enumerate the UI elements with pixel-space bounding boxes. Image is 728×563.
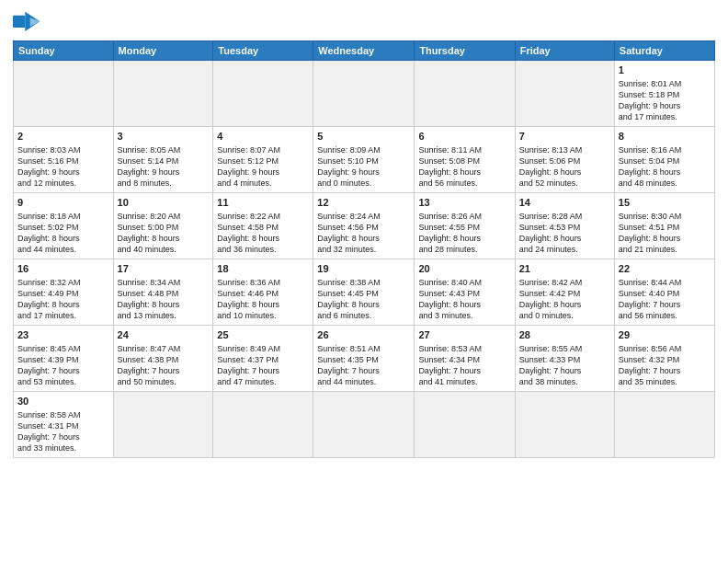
- day-number: 19: [317, 262, 410, 276]
- calendar-cell: [14, 61, 114, 127]
- calendar-cell: 15Sunrise: 8:30 AM Sunset: 4:51 PM Dayli…: [614, 193, 714, 259]
- calendar-cell: 6Sunrise: 8:11 AM Sunset: 5:08 PM Daylig…: [415, 127, 515, 193]
- day-number: 1: [619, 63, 711, 77]
- day-info: Sunrise: 8:47 AM Sunset: 4:38 PM Dayligh…: [118, 343, 210, 388]
- calendar-cell: [415, 392, 515, 458]
- day-number: 15: [619, 196, 711, 210]
- weekday-wednesday: Wednesday: [313, 41, 415, 61]
- day-info: Sunrise: 8:26 AM Sunset: 4:55 PM Dayligh…: [418, 211, 510, 256]
- week-row-1: 1Sunrise: 8:01 AM Sunset: 5:18 PM Daylig…: [14, 61, 715, 127]
- day-info: Sunrise: 8:32 AM Sunset: 4:49 PM Dayligh…: [17, 277, 109, 322]
- week-row-6: 30Sunrise: 8:58 AM Sunset: 4:31 PM Dayli…: [14, 392, 715, 458]
- day-number: 24: [118, 328, 210, 342]
- calendar-cell: 25Sunrise: 8:49 AM Sunset: 4:37 PM Dayli…: [213, 326, 313, 392]
- day-number: 20: [418, 262, 510, 276]
- day-number: 29: [619, 328, 711, 342]
- day-info: Sunrise: 8:51 AM Sunset: 4:35 PM Dayligh…: [317, 343, 410, 388]
- calendar-cell: 12Sunrise: 8:24 AM Sunset: 4:56 PM Dayli…: [313, 193, 415, 259]
- calendar-header: SundayMondayTuesdayWednesdayThursdayFrid…: [14, 41, 715, 61]
- calendar-cell: 23Sunrise: 8:45 AM Sunset: 4:39 PM Dayli…: [14, 326, 114, 392]
- day-number: 14: [519, 196, 610, 210]
- day-number: 4: [217, 130, 309, 144]
- calendar-cell: [515, 392, 614, 458]
- day-number: 17: [118, 262, 210, 276]
- week-row-3: 9Sunrise: 8:18 AM Sunset: 5:02 PM Daylig…: [14, 193, 715, 259]
- day-info: Sunrise: 8:53 AM Sunset: 4:34 PM Dayligh…: [418, 343, 510, 388]
- calendar-cell: 10Sunrise: 8:20 AM Sunset: 5:00 PM Dayli…: [113, 193, 213, 259]
- day-number: 25: [217, 328, 309, 342]
- header: [13, 9, 715, 35]
- calendar-cell: 16Sunrise: 8:32 AM Sunset: 4:49 PM Dayli…: [14, 259, 114, 326]
- weekday-sunday: Sunday: [14, 41, 114, 61]
- day-info: Sunrise: 8:16 AM Sunset: 5:04 PM Dayligh…: [619, 144, 711, 190]
- logo: [13, 9, 44, 35]
- day-number: 26: [317, 328, 410, 342]
- calendar-cell: [515, 61, 614, 127]
- weekday-saturday: Saturday: [614, 41, 714, 61]
- week-row-5: 23Sunrise: 8:45 AM Sunset: 4:39 PM Dayli…: [14, 326, 715, 392]
- day-number: 6: [418, 130, 510, 144]
- week-row-4: 16Sunrise: 8:32 AM Sunset: 4:49 PM Dayli…: [14, 259, 715, 326]
- day-number: 10: [118, 196, 210, 210]
- day-number: 9: [17, 196, 109, 210]
- calendar-cell: [113, 392, 213, 458]
- calendar-cell: 20Sunrise: 8:40 AM Sunset: 4:43 PM Dayli…: [415, 259, 515, 326]
- calendar-cell: 5Sunrise: 8:09 AM Sunset: 5:10 PM Daylig…: [313, 127, 415, 193]
- day-info: Sunrise: 8:01 AM Sunset: 5:18 PM Dayligh…: [619, 78, 711, 123]
- day-info: Sunrise: 8:55 AM Sunset: 4:33 PM Dayligh…: [519, 343, 610, 388]
- weekday-row: SundayMondayTuesdayWednesdayThursdayFrid…: [14, 41, 715, 61]
- day-info: Sunrise: 8:44 AM Sunset: 4:40 PM Dayligh…: [619, 277, 711, 322]
- calendar-cell: 24Sunrise: 8:47 AM Sunset: 4:38 PM Dayli…: [113, 326, 213, 392]
- day-number: 7: [519, 130, 610, 144]
- day-info: Sunrise: 8:20 AM Sunset: 5:00 PM Dayligh…: [118, 211, 210, 256]
- day-number: 8: [619, 130, 711, 144]
- day-number: 3: [118, 130, 210, 144]
- calendar-cell: 21Sunrise: 8:42 AM Sunset: 4:42 PM Dayli…: [515, 259, 614, 326]
- day-number: 30: [17, 395, 109, 408]
- calendar-cell: [213, 392, 313, 458]
- calendar-cell: 19Sunrise: 8:38 AM Sunset: 4:45 PM Dayli…: [313, 259, 415, 326]
- day-info: Sunrise: 8:34 AM Sunset: 4:48 PM Dayligh…: [118, 277, 210, 322]
- day-info: Sunrise: 8:13 AM Sunset: 5:06 PM Dayligh…: [519, 144, 610, 190]
- day-number: 2: [17, 130, 109, 144]
- weekday-monday: Monday: [113, 41, 213, 61]
- calendar-cell: [213, 61, 313, 127]
- calendar-cell: [614, 392, 714, 458]
- weekday-thursday: Thursday: [415, 41, 515, 61]
- day-number: 23: [17, 328, 109, 342]
- day-info: Sunrise: 8:05 AM Sunset: 5:14 PM Dayligh…: [118, 144, 210, 190]
- calendar-cell: 29Sunrise: 8:56 AM Sunset: 4:32 PM Dayli…: [614, 326, 714, 392]
- day-info: Sunrise: 8:22 AM Sunset: 4:58 PM Dayligh…: [217, 211, 309, 256]
- day-number: 27: [418, 328, 510, 342]
- day-info: Sunrise: 8:38 AM Sunset: 4:45 PM Dayligh…: [317, 277, 410, 322]
- calendar-cell: [113, 61, 213, 127]
- calendar-cell: 4Sunrise: 8:07 AM Sunset: 5:12 PM Daylig…: [213, 127, 313, 193]
- day-info: Sunrise: 8:56 AM Sunset: 4:32 PM Dayligh…: [619, 343, 711, 388]
- weekday-friday: Friday: [515, 41, 614, 61]
- day-info: Sunrise: 8:09 AM Sunset: 5:10 PM Dayligh…: [317, 144, 410, 190]
- day-info: Sunrise: 8:30 AM Sunset: 4:51 PM Dayligh…: [619, 211, 711, 256]
- calendar-cell: 27Sunrise: 8:53 AM Sunset: 4:34 PM Dayli…: [415, 326, 515, 392]
- week-row-2: 2Sunrise: 8:03 AM Sunset: 5:16 PM Daylig…: [14, 127, 715, 193]
- weekday-tuesday: Tuesday: [213, 41, 313, 61]
- calendar-cell: [313, 61, 415, 127]
- day-number: 12: [317, 196, 410, 210]
- day-number: 22: [619, 262, 711, 276]
- logo-icon: [13, 9, 42, 35]
- calendar-cell: 13Sunrise: 8:26 AM Sunset: 4:55 PM Dayli…: [415, 193, 515, 259]
- calendar-cell: 2Sunrise: 8:03 AM Sunset: 5:16 PM Daylig…: [14, 127, 114, 193]
- day-info: Sunrise: 8:24 AM Sunset: 4:56 PM Dayligh…: [317, 211, 410, 256]
- calendar-cell: 14Sunrise: 8:28 AM Sunset: 4:53 PM Dayli…: [515, 193, 614, 259]
- calendar-cell: 1Sunrise: 8:01 AM Sunset: 5:18 PM Daylig…: [614, 61, 714, 127]
- day-number: 11: [217, 196, 309, 210]
- calendar-cell: 26Sunrise: 8:51 AM Sunset: 4:35 PM Dayli…: [313, 326, 415, 392]
- calendar-cell: 9Sunrise: 8:18 AM Sunset: 5:02 PM Daylig…: [14, 193, 114, 259]
- day-info: Sunrise: 8:42 AM Sunset: 4:42 PM Dayligh…: [519, 277, 610, 322]
- svg-rect-0: [13, 16, 25, 28]
- day-number: 21: [519, 262, 610, 276]
- day-number: 5: [317, 130, 410, 144]
- day-number: 16: [17, 262, 109, 276]
- day-info: Sunrise: 8:11 AM Sunset: 5:08 PM Dayligh…: [418, 144, 510, 190]
- day-info: Sunrise: 8:40 AM Sunset: 4:43 PM Dayligh…: [418, 277, 510, 322]
- day-number: 28: [519, 328, 610, 342]
